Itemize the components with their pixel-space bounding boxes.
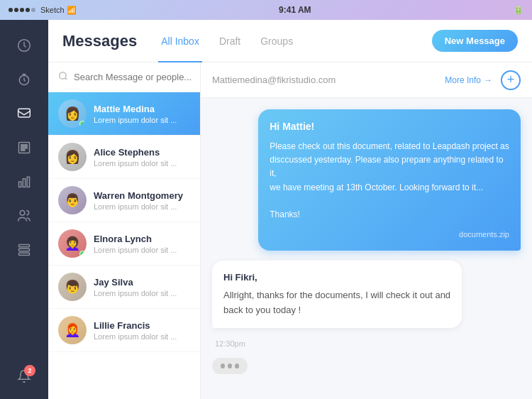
sidebar: 2 — [0, 20, 48, 399]
status-right: 🔋 — [514, 6, 523, 15]
contact-item-mattie[interactable]: 👩 Mattie Medina Lorem ipsum dolor sit ..… — [48, 92, 200, 136]
typing-indicator — [212, 358, 248, 374]
svg-rect-8 — [23, 179, 25, 187]
sidebar-icon-layers[interactable] — [10, 133, 38, 162]
typing-dot-3 — [235, 364, 239, 368]
svg-rect-3 — [19, 143, 30, 153]
contact-name-alice: Alice Stephens — [94, 147, 190, 158]
signal-dot-4 — [26, 8, 30, 12]
contact-preview-mattie: Lorem ipsum dolor sit ... — [94, 116, 190, 124]
search-icon — [58, 71, 68, 83]
contact-preview-lillie: Lorem ipsum dolor sit ... — [94, 332, 190, 341]
contact-item-jay[interactable]: 👦 Jay Silva Lorem ipsum dolor sit ... — [48, 266, 200, 309]
contact-info-warren: Warren Montgomery Lorem ipsum dolor sit … — [94, 190, 190, 211]
svg-rect-4 — [21, 145, 27, 146]
contact-item-lillie[interactable]: 👩‍🦰 Lillie Francis Lorem ipsum dolor sit… — [48, 309, 200, 352]
status-bar: Sketch 📶 9:41 AM 🔋 — [0, 0, 532, 20]
attachment-label: documents.zip — [270, 229, 509, 241]
avatar-alice: 👩 — [58, 143, 87, 171]
contact-info-jay: Jay Silva Lorem ipsum dolor sit ... — [94, 277, 190, 297]
chat-contact-email: Mattiemedina@fikristudio.com — [212, 75, 436, 85]
svg-point-14 — [60, 72, 66, 79]
body-split: 👩 Mattie Medina Lorem ipsum dolor sit ..… — [48, 62, 532, 399]
messages-area: Hi Mattie! Please check out this documen… — [201, 98, 532, 399]
sidebar-icon-timer[interactable] — [10, 65, 38, 94]
status-left: Sketch 📶 — [9, 6, 77, 15]
new-message-button[interactable]: New Message — [432, 30, 518, 52]
svg-rect-12 — [19, 248, 30, 251]
signal-dots — [9, 8, 35, 12]
bell-badge: 2 — [24, 365, 35, 376]
contact-name-lillie: Lillie Francis — [94, 320, 190, 331]
sidebar-icon-messages[interactable] — [10, 99, 38, 128]
svg-rect-11 — [19, 245, 30, 247]
battery-icon: 🔋 — [514, 6, 523, 15]
avatar-warren: 👨 — [58, 186, 87, 214]
tab-all-inbox[interactable]: All Inbox — [158, 21, 202, 62]
search-bar — [48, 62, 200, 92]
message-outgoing-1: Hi Mattie! Please check out this documen… — [258, 109, 521, 251]
contact-preview-alice: Lorem ipsum dolor sit ... — [94, 159, 190, 168]
online-indicator-mattie — [79, 121, 86, 127]
contact-list-panel: 👩 Mattie Medina Lorem ipsum dolor sit ..… — [48, 62, 201, 399]
contact-preview-warren: Lorem ipsum dolor sit ... — [94, 202, 190, 211]
wifi-icon: 📶 — [67, 6, 77, 15]
avatar-elnora: 👩‍🦱 — [58, 229, 87, 258]
signal-dot-5 — [31, 8, 35, 12]
signal-dot-2 — [14, 8, 18, 12]
contact-info-alice: Alice Stephens Lorem ipsum dolor sit ... — [94, 147, 190, 168]
avatar-lillie: 👩‍🦰 — [58, 316, 87, 344]
contact-name-mattie: Mattie Medina — [94, 104, 190, 114]
search-input[interactable] — [74, 72, 193, 82]
contact-preview-jay: Lorem ipsum dolor sit ... — [94, 289, 190, 297]
sidebar-icon-bell[interactable]: 2 — [10, 362, 38, 390]
sidebar-icon-users[interactable] — [10, 202, 38, 230]
svg-rect-6 — [21, 150, 25, 151]
contact-item-alice[interactable]: 👩 Alice Stephens Lorem ipsum dolor sit .… — [48, 136, 200, 179]
online-indicator-elnora — [79, 251, 86, 257]
tab-draft[interactable]: Draft — [216, 21, 243, 62]
contact-name-elnora: Elnora Lynch — [94, 234, 190, 244]
sidebar-icon-clock[interactable] — [10, 31, 38, 60]
contact-item-warren[interactable]: 👨 Warren Montgomery Lorem ipsum dolor si… — [48, 179, 200, 222]
chat-panel: Mattiemedina@fikristudio.com More Info →… — [201, 62, 532, 399]
contact-info-elnora: Elnora Lynch Lorem ipsum dolor sit ... — [94, 234, 190, 254]
main-content: Messages All Inbox Draft Groups New Mess… — [48, 20, 532, 399]
contact-info-lillie: Lillie Francis Lorem ipsum dolor sit ... — [94, 320, 190, 341]
svg-rect-9 — [27, 177, 29, 187]
add-conversation-button[interactable]: + — [501, 70, 521, 90]
typing-dot-2 — [228, 364, 232, 368]
more-info-link[interactable]: More Info → — [445, 75, 492, 85]
message-body-outgoing: Please check out this document, related … — [270, 140, 509, 222]
contact-name-jay: Jay Silva — [94, 277, 190, 288]
sidebar-icon-list[interactable] — [10, 236, 38, 264]
sketch-label: Sketch — [40, 6, 65, 14]
avatar-mattie: 👩 — [58, 99, 87, 128]
svg-point-10 — [20, 211, 25, 216]
message-timestamp: 12:30pm — [212, 339, 245, 348]
typing-dot-1 — [221, 364, 225, 368]
svg-rect-5 — [21, 147, 27, 148]
chat-header: Mattiemedina@fikristudio.com More Info →… — [201, 62, 532, 98]
svg-rect-13 — [19, 253, 30, 255]
contact-info-mattie: Mattie Medina Lorem ipsum dolor sit ... — [94, 104, 190, 124]
message-body-incoming: Allright, thanks for the documents, I wi… — [223, 288, 450, 318]
sidebar-icon-chart[interactable] — [10, 168, 38, 196]
device-container: 2 Messages All Inbox Draft Groups New Me… — [0, 20, 532, 399]
contact-name-warren: Warren Montgomery — [94, 190, 190, 201]
tab-bar: All Inbox Draft Groups — [158, 20, 296, 62]
tab-groups[interactable]: Groups — [257, 21, 296, 62]
page-title: Messages — [62, 32, 137, 50]
svg-line-15 — [65, 78, 67, 80]
contact-preview-elnora: Lorem ipsum dolor sit ... — [94, 246, 190, 254]
status-time: 9:41 AM — [279, 5, 311, 15]
signal-dot-1 — [9, 8, 13, 12]
contact-item-elnora[interactable]: 👩‍🦱 Elnora Lynch Lorem ipsum dolor sit .… — [48, 222, 200, 266]
message-title: Hi Mattie! — [270, 119, 509, 134]
message-greeting: Hi Fikri, — [223, 270, 450, 285]
arrow-right-icon: → — [484, 75, 492, 85]
message-incoming-1: Hi Fikri, Allright, thanks for the docum… — [212, 261, 462, 328]
app-header: Messages All Inbox Draft Groups New Mess… — [48, 20, 532, 62]
signal-dot-3 — [20, 8, 24, 12]
svg-rect-2 — [18, 109, 31, 117]
